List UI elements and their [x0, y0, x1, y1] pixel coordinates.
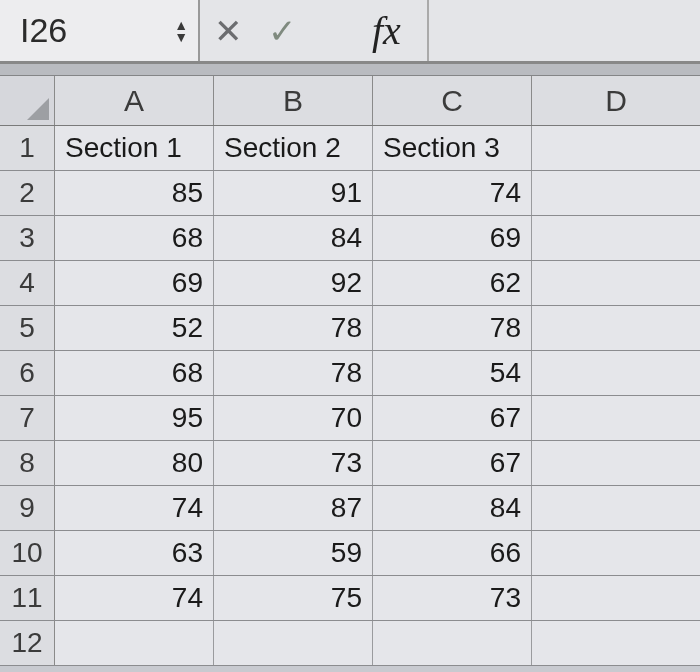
- row-header[interactable]: 9: [0, 486, 55, 530]
- cell[interactable]: [532, 531, 700, 575]
- cell[interactable]: 69: [373, 216, 532, 260]
- cell[interactable]: [373, 621, 532, 665]
- table-row: 10 63 59 66: [0, 531, 700, 576]
- confirm-icon[interactable]: ✓: [268, 11, 296, 51]
- col-header-b[interactable]: B: [214, 76, 373, 125]
- cell[interactable]: 70: [214, 396, 373, 440]
- cell[interactable]: 78: [214, 306, 373, 350]
- cell[interactable]: 73: [373, 576, 532, 620]
- cell[interactable]: 52: [55, 306, 214, 350]
- cell[interactable]: 67: [373, 441, 532, 485]
- cell[interactable]: [55, 621, 214, 665]
- row-header[interactable]: 4: [0, 261, 55, 305]
- col-header-c[interactable]: C: [373, 76, 532, 125]
- cell[interactable]: [532, 261, 700, 305]
- table-row: 1 Section 1 Section 2 Section 3: [0, 126, 700, 171]
- cell[interactable]: 87: [214, 486, 373, 530]
- cell[interactable]: 68: [55, 216, 214, 260]
- table-row: 11 74 75 73: [0, 576, 700, 621]
- row-header[interactable]: 12: [0, 621, 55, 665]
- formula-controls: ✕ ✓ fx: [200, 7, 415, 54]
- cell[interactable]: [532, 441, 700, 485]
- row-header[interactable]: 6: [0, 351, 55, 395]
- table-row: 6 68 78 54: [0, 351, 700, 396]
- table-row: 4 69 92 62: [0, 261, 700, 306]
- formula-input[interactable]: [427, 0, 700, 61]
- row-header[interactable]: 11: [0, 576, 55, 620]
- cell[interactable]: 68: [55, 351, 214, 395]
- table-row: 8 80 73 67: [0, 441, 700, 486]
- row-header[interactable]: 10: [0, 531, 55, 575]
- name-box-stepper[interactable]: ▲ ▼: [174, 20, 188, 42]
- cell[interactable]: [532, 396, 700, 440]
- name-box-value: I26: [20, 11, 67, 50]
- cell[interactable]: [532, 576, 700, 620]
- cell[interactable]: [532, 171, 700, 215]
- cell[interactable]: 74: [55, 486, 214, 530]
- cell[interactable]: 92: [214, 261, 373, 305]
- cell[interactable]: 62: [373, 261, 532, 305]
- cell[interactable]: [532, 351, 700, 395]
- table-row: 5 52 78 78: [0, 306, 700, 351]
- cell[interactable]: 69: [55, 261, 214, 305]
- cell[interactable]: [532, 486, 700, 530]
- cell[interactable]: 91: [214, 171, 373, 215]
- cell[interactable]: [214, 621, 373, 665]
- col-header-a[interactable]: A: [55, 76, 214, 125]
- table-row: 9 74 87 84: [0, 486, 700, 531]
- cell[interactable]: 84: [373, 486, 532, 530]
- cell[interactable]: 75: [214, 576, 373, 620]
- cell[interactable]: [532, 306, 700, 350]
- cell[interactable]: 67: [373, 396, 532, 440]
- row-header[interactable]: 5: [0, 306, 55, 350]
- formula-bar: I26 ▲ ▼ ✕ ✓ fx: [0, 0, 700, 64]
- cell[interactable]: Section 3: [373, 126, 532, 170]
- cell[interactable]: Section 2: [214, 126, 373, 170]
- cell[interactable]: 74: [55, 576, 214, 620]
- row-header[interactable]: 8: [0, 441, 55, 485]
- cell[interactable]: 73: [214, 441, 373, 485]
- cell[interactable]: [532, 216, 700, 260]
- cell[interactable]: Section 1: [55, 126, 214, 170]
- cell[interactable]: 66: [373, 531, 532, 575]
- cell[interactable]: 54: [373, 351, 532, 395]
- cell[interactable]: 63: [55, 531, 214, 575]
- cell[interactable]: 78: [373, 306, 532, 350]
- cell[interactable]: 78: [214, 351, 373, 395]
- spreadsheet-grid: 1 Section 1 Section 2 Section 3 2 85 91 …: [0, 126, 700, 666]
- row-header[interactable]: 7: [0, 396, 55, 440]
- cancel-icon[interactable]: ✕: [214, 11, 242, 51]
- row-header[interactable]: 2: [0, 171, 55, 215]
- row-header[interactable]: 3: [0, 216, 55, 260]
- cell[interactable]: [532, 621, 700, 665]
- table-row: 3 68 84 69: [0, 216, 700, 261]
- col-header-d[interactable]: D: [532, 76, 700, 125]
- select-all-corner[interactable]: [0, 76, 55, 125]
- table-row: 2 85 91 74: [0, 171, 700, 216]
- cell[interactable]: 95: [55, 396, 214, 440]
- cell[interactable]: [532, 126, 700, 170]
- cell[interactable]: 80: [55, 441, 214, 485]
- cell[interactable]: 84: [214, 216, 373, 260]
- table-row: 12: [0, 621, 700, 666]
- stepper-up-icon[interactable]: ▲: [174, 20, 188, 30]
- fx-label[interactable]: fx: [322, 7, 401, 54]
- stepper-down-icon[interactable]: ▼: [174, 32, 188, 42]
- cell[interactable]: 74: [373, 171, 532, 215]
- column-headers: A B C D: [0, 76, 700, 126]
- table-row: 7 95 70 67: [0, 396, 700, 441]
- name-box[interactable]: I26 ▲ ▼: [0, 0, 200, 61]
- row-header[interactable]: 1: [0, 126, 55, 170]
- header-separator: [0, 64, 700, 76]
- cell[interactable]: 85: [55, 171, 214, 215]
- cell[interactable]: 59: [214, 531, 373, 575]
